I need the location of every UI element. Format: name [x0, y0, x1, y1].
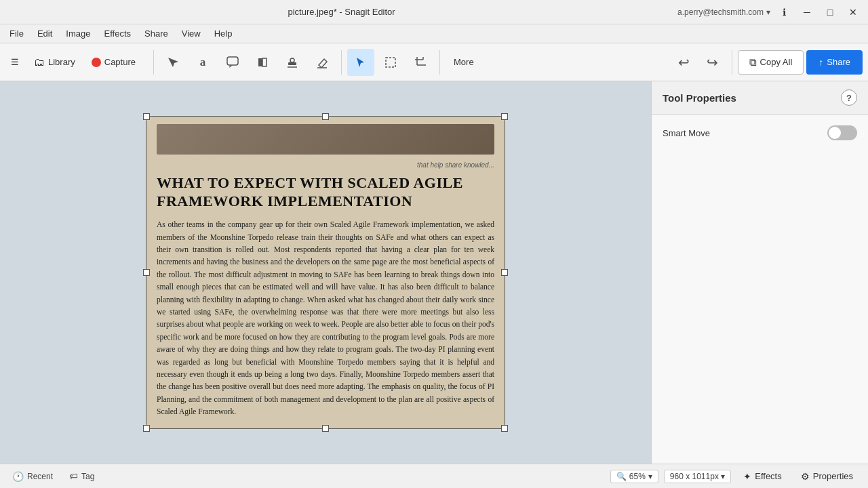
- panel-header: Tool Properties ?: [652, 81, 868, 115]
- info-button[interactable]: ℹ: [774, 3, 793, 22]
- main-area: that help share knowled... WHAT TO EXPEC…: [0, 81, 868, 464]
- svg-rect-5: [386, 58, 395, 67]
- text-tool-icon: a: [200, 56, 206, 69]
- redo-icon: ↪: [707, 54, 718, 70]
- smart-move-row: Smart Move: [663, 125, 857, 140]
- select-tool-button[interactable]: [347, 49, 374, 76]
- arrow-tool-button[interactable]: [159, 49, 186, 76]
- article-caption: that help share knowled...: [157, 161, 494, 169]
- menu-image[interactable]: Image: [59, 27, 97, 40]
- eraser-tool-button[interactable]: [309, 49, 336, 76]
- library-button[interactable]: 🗂 Library: [28, 54, 81, 71]
- capture-label: Capture: [104, 57, 136, 67]
- menubar: File Edit Image Effects Share View Help: [0, 24, 868, 43]
- tag-label: Tag: [81, 472, 94, 481]
- toolbar: ☰ 🗂 Library Capture a M: [0, 43, 868, 81]
- user-email: a.perry@techsmith.com: [677, 7, 764, 17]
- chevron-down-icon: ▾: [766, 7, 770, 17]
- properties-gear-icon: ⚙: [801, 471, 810, 482]
- menu-edit[interactable]: Edit: [31, 27, 59, 40]
- stamp-tool-icon: [285, 56, 299, 69]
- zoom-chevron-icon: ▾: [648, 472, 652, 481]
- image-container[interactable]: that help share knowled... WHAT TO EXPEC…: [146, 116, 505, 428]
- menu-help[interactable]: Help: [208, 27, 239, 40]
- properties-label: Properties: [813, 471, 853, 481]
- share-icon: ↑: [818, 57, 823, 68]
- titlebar-right: a.perry@techsmith.com ▾ ℹ ─ □ ✕: [677, 3, 863, 22]
- effects-button[interactable]: ✦ Effects: [736, 469, 789, 484]
- effects-label: Effects: [755, 471, 782, 481]
- titlebar-title: picture.jpeg* - Snagit Editor: [288, 7, 395, 17]
- svg-rect-0: [227, 57, 238, 65]
- capture-dot-icon: [92, 58, 101, 67]
- share-button[interactable]: ↑ Share: [806, 50, 863, 75]
- toolbar-left: ☰ 🗂 Library Capture: [5, 54, 142, 71]
- divider-1: [153, 50, 154, 75]
- redo-button[interactable]: ↪: [699, 49, 726, 76]
- article-title: WHAT TO EXPECT WITH SCALED AGILE FRAMEWO…: [157, 174, 494, 210]
- copy-all-label: Copy All: [760, 57, 793, 67]
- help-button[interactable]: ?: [841, 89, 857, 106]
- zoom-control[interactable]: 🔍 65% ▾: [610, 470, 658, 483]
- svg-point-2: [290, 58, 294, 62]
- marquee-tool-icon: [384, 56, 397, 69]
- undo-icon: ↩: [678, 54, 690, 70]
- maximize-button[interactable]: □: [821, 3, 840, 22]
- copy-all-button[interactable]: ⧉ Copy All: [738, 50, 804, 75]
- user-account[interactable]: a.perry@techsmith.com ▾: [677, 7, 770, 17]
- capture-button[interactable]: Capture: [85, 54, 142, 70]
- hamburger-menu-button[interactable]: ☰: [5, 54, 24, 70]
- divider-2: [341, 50, 342, 75]
- tag-button[interactable]: 🏷 Tag: [65, 470, 98, 483]
- minimize-button[interactable]: ─: [797, 3, 816, 22]
- fill-tool-button[interactable]: [249, 49, 276, 76]
- tag-icon: 🏷: [69, 471, 78, 481]
- recent-button[interactable]: 🕐 Recent: [8, 470, 57, 483]
- share-label: Share: [827, 57, 850, 67]
- dims-chevron-icon: ▾: [721, 472, 725, 481]
- undo-redo-group: ↩ ↪: [671, 49, 726, 76]
- fill-tool-icon: [256, 56, 269, 69]
- more-button[interactable]: More: [446, 49, 482, 76]
- library-icon: 🗂: [34, 56, 45, 68]
- more-label: More: [454, 57, 474, 67]
- menu-file[interactable]: File: [3, 27, 31, 40]
- library-label: Library: [48, 57, 75, 67]
- statusbar: 🕐 Recent 🏷 Tag 🔍 65% ▾ 960 x 1011px ▾ ✦ …: [0, 464, 868, 488]
- article-body: As other teams in the company gear up fo…: [157, 218, 494, 418]
- right-panel: Tool Properties ? Smart Move: [651, 81, 868, 464]
- hamburger-icon: ☰: [11, 57, 19, 67]
- crop-tool-icon: [414, 56, 427, 69]
- status-right: 🔍 65% ▾ 960 x 1011px ▾ ✦ Effects ⚙ Prope…: [610, 469, 860, 484]
- toggle-knob: [829, 127, 841, 139]
- menu-effects[interactable]: Effects: [98, 27, 138, 40]
- select-tool-icon: [353, 55, 368, 70]
- marquee-tool-button[interactable]: [377, 49, 404, 76]
- crop-tool-button[interactable]: [407, 49, 434, 76]
- canvas-area[interactable]: that help share knowled... WHAT TO EXPEC…: [0, 81, 651, 464]
- menu-share[interactable]: Share: [138, 27, 175, 40]
- smart-move-label: Smart Move: [663, 128, 710, 138]
- undo-button[interactable]: ↩: [671, 49, 698, 76]
- article-top-image: [157, 124, 494, 155]
- text-tool-button[interactable]: a: [189, 49, 216, 76]
- properties-button[interactable]: ⚙ Properties: [794, 469, 860, 484]
- divider-3: [439, 50, 440, 75]
- panel-body: Smart Move: [652, 115, 868, 151]
- stamp-tool-button[interactable]: [279, 49, 306, 76]
- panel-title: Tool Properties: [663, 92, 736, 104]
- callout-tool-icon: [226, 56, 239, 69]
- smart-move-toggle[interactable]: [827, 125, 857, 140]
- dimensions-control[interactable]: 960 x 1011px ▾: [664, 470, 731, 483]
- copy-all-icon: ⧉: [749, 56, 757, 68]
- close-button[interactable]: ✕: [844, 3, 863, 22]
- clock-icon: 🕐: [12, 471, 24, 482]
- titlebar: picture.jpeg* - Snagit Editor a.perry@te…: [0, 0, 868, 24]
- menu-view[interactable]: View: [175, 27, 208, 40]
- zoom-search-icon: 🔍: [616, 472, 627, 481]
- callout-tool-button[interactable]: [219, 49, 246, 76]
- recent-label: Recent: [27, 472, 53, 481]
- article-image: that help share knowled... WHAT TO EXPEC…: [146, 116, 505, 428]
- effects-icon: ✦: [743, 471, 751, 482]
- divider-4: [732, 50, 732, 75]
